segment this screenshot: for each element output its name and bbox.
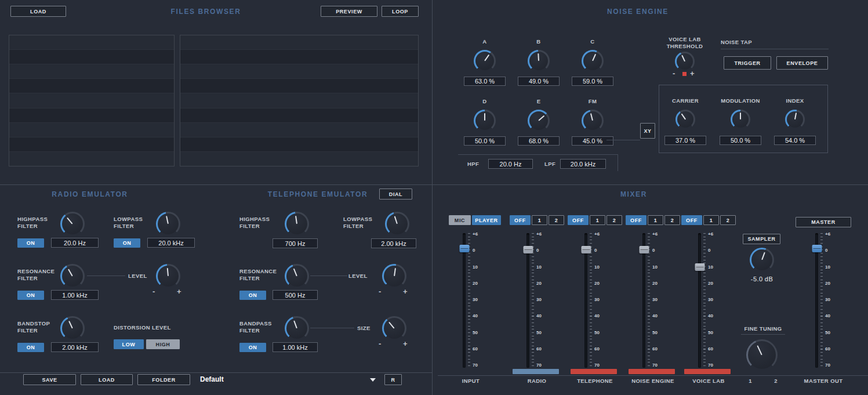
tel-resonance-on-button[interactable]: ON (239, 291, 266, 300)
noise-fader-handle[interactable] (639, 246, 649, 253)
tel-bandpass-knob[interactable] (285, 316, 309, 340)
file-row[interactable] (9, 93, 174, 108)
knob-d[interactable] (474, 110, 496, 132)
radio-fader-handle[interactable] (523, 246, 533, 253)
input-fader-track[interactable] (463, 233, 466, 368)
file-row[interactable] (180, 137, 418, 152)
load-file-button[interactable]: LOAD (10, 6, 66, 17)
voicelab-fader[interactable]: +6010203040506070 (698, 233, 713, 368)
file-row[interactable] (9, 79, 174, 93)
xy-button[interactable]: XY (640, 123, 655, 139)
tel-highpass-knob[interactable] (285, 212, 309, 236)
sampler-button[interactable]: SAMPLER (743, 234, 780, 244)
folder-button[interactable]: FOLDER (137, 374, 190, 385)
tel-lowpass-knob[interactable] (385, 212, 409, 236)
modulation-value[interactable]: 50.0 % (720, 136, 761, 145)
voicelab-1-button[interactable]: 1 (703, 215, 719, 225)
voicelab-fader-track[interactable] (698, 233, 701, 368)
radio-1-button[interactable]: 1 (532, 215, 547, 225)
radio-resonance-on-button[interactable]: ON (17, 291, 44, 300)
file-row[interactable] (9, 108, 174, 123)
knob-d-value[interactable]: 50.0 % (464, 136, 506, 146)
telephone-2-button[interactable]: 2 (606, 215, 622, 225)
file-row[interactable] (180, 64, 418, 79)
noise-fader-track[interactable] (642, 233, 645, 368)
folder-list[interactable] (9, 35, 175, 166)
telephone-off-button[interactable]: OFF (568, 215, 589, 225)
file-row[interactable] (9, 137, 174, 152)
index-value[interactable]: 54.0 % (774, 136, 816, 145)
envelope-button[interactable]: ENVELOPE (776, 56, 828, 70)
carrier-knob[interactable] (675, 110, 695, 129)
load-preset-button[interactable]: LOAD (81, 374, 133, 385)
radio-off-button[interactable]: OFF (510, 215, 531, 225)
file-row[interactable] (180, 152, 418, 166)
radio-lowpass-value[interactable]: 20.0 kHz (147, 238, 195, 248)
radio-highpass-on-button[interactable]: ON (17, 238, 44, 248)
radio-2-button[interactable]: 2 (549, 215, 564, 225)
file-row[interactable] (180, 108, 418, 123)
voicelab-fader-handle[interactable] (695, 263, 704, 271)
lpf-value[interactable]: 20.0 kHz (560, 159, 606, 169)
knob-c[interactable] (582, 50, 604, 72)
input-player-button[interactable]: PLAYER (472, 215, 501, 225)
knob-fm[interactable] (582, 110, 604, 132)
radio-bandstop-knob[interactable] (60, 316, 85, 340)
save-button[interactable]: SAVE (23, 374, 76, 385)
file-row[interactable] (180, 93, 418, 108)
distorsion-high-button[interactable]: HIGH (146, 339, 180, 349)
telephone-fader-handle[interactable] (581, 246, 591, 253)
file-row[interactable] (180, 79, 418, 93)
file-row[interactable] (9, 64, 174, 79)
radio-resonance-value[interactable]: 1.00 kHz (51, 290, 99, 300)
dial-button[interactable]: DIAL (379, 189, 412, 200)
tel-bandpass-value[interactable]: 1.00 kHz (273, 342, 318, 352)
knob-e-value[interactable]: 68.0 % (518, 136, 560, 146)
tel-highpass-value[interactable]: 700 Hz (273, 238, 318, 248)
file-list[interactable] (180, 35, 419, 166)
knob-a[interactable] (474, 50, 496, 72)
tel-lowpass-value[interactable]: 2.00 kHz (371, 238, 416, 248)
loop-button[interactable]: LOOP (382, 6, 419, 17)
noise-off-button[interactable]: OFF (626, 215, 647, 225)
telephone-fader[interactable]: +6010203040506070 (584, 233, 600, 368)
file-row[interactable] (180, 35, 418, 50)
telephone-1-button[interactable]: 1 (590, 215, 605, 225)
tel-bandpass-on-button[interactable]: ON (239, 343, 266, 352)
voice-lab-threshold-knob[interactable] (675, 52, 695, 71)
radio-highpass-knob[interactable] (60, 212, 85, 236)
knob-fm-value[interactable]: 45.0 % (572, 136, 613, 146)
preset-dropdown[interactable]: Default (197, 374, 378, 386)
file-row[interactable] (9, 50, 174, 64)
input-mic-button[interactable]: MIC (449, 215, 471, 225)
fine-tuning-knob[interactable] (746, 339, 778, 371)
radio-lowpass-on-button[interactable]: ON (114, 238, 140, 248)
file-row[interactable] (9, 123, 174, 137)
radio-bandstop-value[interactable]: 2.00 kHz (51, 342, 99, 352)
radio-level-knob[interactable] (156, 264, 180, 288)
knob-e[interactable] (528, 110, 550, 132)
file-row[interactable] (180, 123, 418, 137)
hpf-value[interactable]: 20.0 Hz (488, 159, 533, 169)
master-fader[interactable]: +6010203040506070 (815, 233, 830, 368)
telephone-fader-track[interactable] (584, 233, 587, 368)
input-fader-handle[interactable] (459, 245, 469, 252)
sampler-knob[interactable] (750, 248, 774, 272)
distorsion-low-button[interactable]: LOW (114, 339, 144, 349)
file-row[interactable] (180, 50, 418, 64)
noise-1-button[interactable]: 1 (648, 215, 663, 225)
input-fader[interactable]: +6010203040506070 (463, 233, 478, 368)
radio-highpass-value[interactable]: 20.0 Hz (51, 238, 99, 248)
radio-lowpass-knob[interactable] (156, 212, 180, 236)
index-knob[interactable] (785, 110, 805, 129)
voicelab-2-button[interactable]: 2 (720, 215, 736, 225)
carrier-value[interactable]: 37.0 % (664, 136, 706, 145)
master-button[interactable]: MASTER (796, 217, 851, 227)
noise-fader[interactable]: +6010203040506070 (642, 233, 658, 368)
radio-fader-track[interactable] (526, 233, 529, 368)
radio-bandstop-on-button[interactable]: ON (17, 343, 44, 352)
file-row[interactable] (9, 152, 174, 166)
master-fader-track[interactable] (815, 233, 818, 368)
noise-2-button[interactable]: 2 (664, 215, 680, 225)
sampler-value[interactable]: -5.0 dB (744, 276, 780, 282)
